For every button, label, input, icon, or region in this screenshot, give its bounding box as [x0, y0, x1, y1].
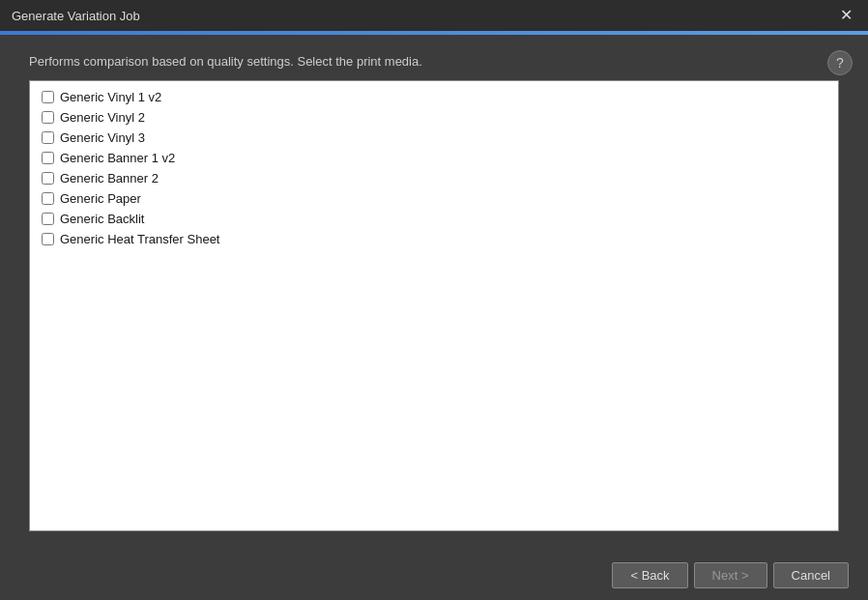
list-item[interactable]: Generic Vinyl 3 — [34, 128, 834, 148]
list-item[interactable]: Generic Backlit — [34, 209, 834, 229]
list-item[interactable]: Generic Vinyl 2 — [34, 107, 834, 128]
help-button[interactable]: ? — [827, 50, 853, 75]
title-bar: Generate Variation Job ✕ — [0, 0, 868, 31]
media-label: Generic Backlit — [60, 212, 144, 226]
media-list: Generic Vinyl 1 v2Generic Vinyl 2Generic… — [29, 80, 839, 531]
list-item[interactable]: Generic Banner 2 — [34, 168, 834, 188]
footer: < Back Next > Cancel — [0, 551, 868, 600]
media-checkbox[interactable] — [42, 213, 54, 225]
media-label: Generic Banner 1 v2 — [60, 151, 175, 165]
back-button[interactable]: < Back — [612, 562, 687, 588]
media-label: Generic Vinyl 3 — [60, 130, 145, 145]
content-area: ? Performs comparison based on quality s… — [0, 35, 868, 551]
dialog-title: Generate Variation Job — [12, 9, 140, 23]
media-checkbox[interactable] — [42, 192, 54, 205]
media-label: Generic Paper — [60, 191, 141, 206]
list-item[interactable]: Generic Banner 1 v2 — [34, 148, 834, 168]
media-checkbox[interactable] — [42, 172, 54, 185]
close-button[interactable]: ✕ — [836, 6, 856, 25]
next-button[interactable]: Next > — [694, 562, 767, 588]
media-checkbox[interactable] — [42, 131, 54, 144]
list-item[interactable]: Generic Paper — [34, 188, 834, 209]
media-label: Generic Vinyl 1 v2 — [60, 90, 161, 104]
dialog: Generate Variation Job ✕ ? Performs comp… — [0, 0, 868, 600]
media-checkbox[interactable] — [42, 111, 54, 124]
cancel-button[interactable]: Cancel — [773, 562, 849, 588]
list-item[interactable]: Generic Vinyl 1 v2 — [34, 87, 834, 107]
media-checkbox[interactable] — [42, 91, 54, 103]
media-label: Generic Vinyl 2 — [60, 110, 145, 125]
media-label: Generic Banner 2 — [60, 171, 159, 186]
media-checkbox[interactable] — [42, 152, 54, 164]
media-label: Generic Heat Transfer Sheet — [60, 232, 219, 246]
description-text: Performs comparison based on quality set… — [29, 54, 839, 69]
list-item[interactable]: Generic Heat Transfer Sheet — [34, 229, 834, 249]
media-checkbox[interactable] — [42, 233, 54, 245]
